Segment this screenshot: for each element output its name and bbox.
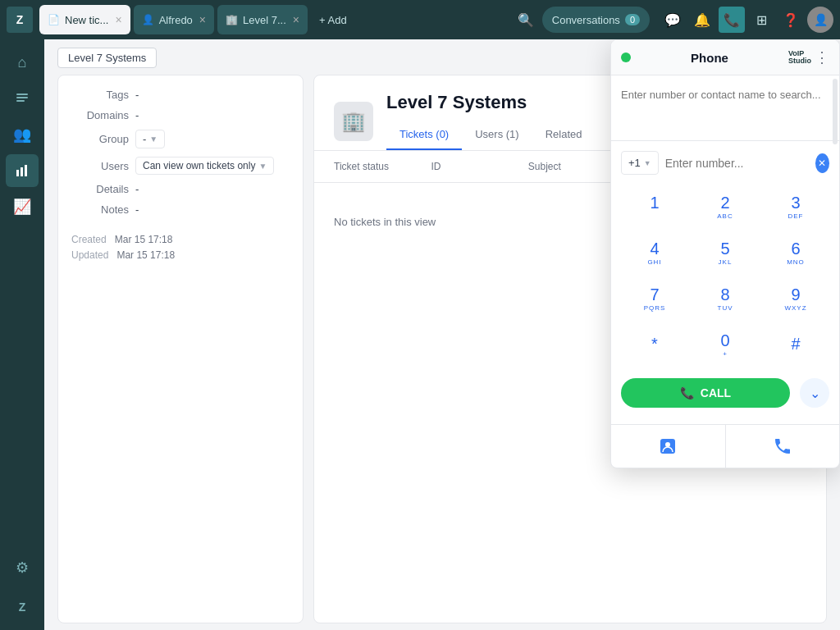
sidebar-item-stats[interactable]: 📈: [6, 190, 39, 223]
chat-icon-button[interactable]: 💬: [660, 7, 686, 33]
dial-key-9[interactable]: 9 WXYZ: [762, 276, 829, 319]
svg-rect-5: [25, 165, 27, 176]
conversations-badge: 0: [625, 14, 640, 25]
topbar-icons: 💬 🔔 📞 ⊞ ❓ 👤: [660, 7, 833, 33]
field-tags: Tags -: [71, 89, 290, 101]
dial-key-5[interactable]: 5 JKL: [692, 231, 759, 273]
voip-search-container: [611, 75, 839, 141]
domains-label: Domains: [71, 109, 129, 121]
dial-2-num: 2: [720, 193, 729, 212]
dial-1-letters: [653, 212, 655, 220]
company-icon: 🏢: [334, 102, 373, 141]
country-code-selector[interactable]: +1 ▼: [621, 151, 659, 175]
dial-key-star[interactable]: *: [621, 322, 688, 365]
left-panel: Tags - Domains - Group - ▼: [57, 75, 304, 623]
grid-icon-button[interactable]: ⊞: [748, 7, 774, 33]
tab-related-panel[interactable]: Related: [532, 120, 596, 150]
dial-key-8[interactable]: 8 TUV: [692, 276, 759, 319]
field-domains: Domains -: [71, 109, 290, 121]
dial-key-7[interactable]: 7 PQRS: [621, 276, 688, 319]
users-label: Users: [71, 160, 129, 172]
dial-3-letters: DEF: [788, 212, 804, 220]
dial-8-letters: TUV: [718, 304, 733, 312]
help-icon-button[interactable]: ❓: [778, 7, 804, 33]
voip-more-button[interactable]: ⋮: [815, 48, 829, 66]
search-button[interactable]: 🔍: [513, 7, 539, 33]
dial-key-1[interactable]: 1: [621, 185, 688, 227]
dial-key-4[interactable]: 4 GHI: [621, 231, 688, 273]
group-dropdown[interactable]: - ▼: [135, 130, 165, 148]
sidebar-item-contacts[interactable]: 👥: [6, 118, 39, 151]
sidebar-item-reports[interactable]: [6, 154, 39, 187]
expand-button[interactable]: ⌄: [800, 378, 829, 408]
tab-new-ticket-close[interactable]: ×: [115, 13, 121, 26]
breadcrumb-tag[interactable]: Level 7 Systems: [57, 48, 157, 68]
group-dropdown-arrow: ▼: [149, 135, 158, 144]
call-row: 📞 CALL ⌄: [621, 375, 829, 414]
sidebar-item-tickets[interactable]: [6, 82, 39, 115]
level7-tab-icon: 🏢: [226, 14, 238, 25]
voip-search-area: [611, 75, 839, 141]
meta-created: Created Mar 15 17:18: [71, 232, 290, 248]
users-dropdown[interactable]: Can view own tickets only ▼: [135, 157, 274, 175]
tab-alfredo-close[interactable]: ×: [199, 13, 206, 26]
call-history-icon: [773, 436, 792, 456]
updated-value: Mar 15 17:18: [116, 249, 175, 261]
contacts-icon: [658, 436, 678, 456]
call-label: CALL: [701, 386, 731, 399]
voip-calls-tab[interactable]: [726, 425, 840, 468]
th-subject: Subject: [528, 161, 612, 172]
details-label: Details: [71, 183, 129, 195]
dial-4-num: 4: [650, 239, 659, 258]
dial-key-0[interactable]: 0 +: [692, 322, 759, 365]
dial-0-num: 0: [720, 331, 729, 350]
dial-key-3[interactable]: 3 DEF: [762, 185, 829, 227]
sidebar-item-settings[interactable]: ⚙: [6, 551, 39, 584]
clear-icon: ✕: [818, 158, 826, 169]
svg-rect-3: [16, 170, 19, 176]
app-logo[interactable]: Z: [7, 7, 33, 33]
dial-key-2[interactable]: 2 ABC: [692, 185, 759, 227]
tab-level7[interactable]: 🏢 Level 7... ×: [217, 5, 308, 34]
domains-value: -: [135, 109, 290, 121]
sidebar: ⌂ 👥 📈 ⚙ Z: [0, 39, 44, 630]
topbar: Z 📄 New tic... × 👤 Alfredo × 🏢 Level 7..…: [0, 0, 840, 39]
voip-header: Phone VoIPStudio ⋮: [611, 40, 839, 75]
dial-key-hash[interactable]: #: [762, 322, 829, 365]
phone-number-input[interactable]: [665, 152, 809, 175]
conversations-button[interactable]: Conversations 0: [542, 7, 650, 33]
tab-users-panel[interactable]: Users (1): [462, 120, 532, 150]
add-tab-button[interactable]: + Add: [311, 5, 355, 34]
updated-label: Updated: [71, 249, 108, 261]
created-label: Created: [71, 234, 107, 245]
voip-contacts-tab[interactable]: [611, 425, 726, 468]
dial-5-num: 5: [720, 239, 729, 258]
chevron-down-icon: ⌄: [810, 386, 820, 401]
tags-value: -: [135, 89, 290, 101]
sidebar-item-home[interactable]: ⌂: [6, 46, 39, 79]
meta-updated: Updated Mar 15 17:18: [71, 248, 290, 263]
voip-search-input[interactable]: [621, 85, 829, 104]
notes-value: -: [135, 203, 290, 216]
company-name: Level 7 Systems: [386, 92, 595, 113]
phone-icon-button[interactable]: 📞: [719, 7, 745, 33]
add-tab-label: + Add: [319, 14, 347, 26]
tab-new-ticket[interactable]: 📄 New tic... ×: [39, 5, 130, 34]
dial-key-6[interactable]: 6 MNO: [762, 231, 829, 273]
breadcrumb-label: Level 7 Systems: [68, 52, 146, 64]
dial-7-letters: PQRS: [644, 304, 666, 312]
tab-tickets-panel[interactable]: Tickets (0): [386, 120, 462, 150]
user-avatar[interactable]: 👤: [807, 7, 833, 33]
tab-level7-close[interactable]: ×: [293, 13, 299, 26]
dialpad-grid: 1 2 ABC 3 DEF 4 GHI: [621, 185, 829, 365]
clear-number-button[interactable]: ✕: [815, 153, 829, 173]
call-button[interactable]: 📞 CALL: [621, 378, 790, 408]
dial-star-sym: *: [651, 335, 658, 354]
dial-4-letters: GHI: [647, 258, 661, 266]
main-layout: ⌂ 👥 📈 ⚙ Z Level 7 Systems: [0, 39, 840, 630]
dial-6-letters: MNO: [787, 258, 805, 266]
sidebar-item-zendesk[interactable]: Z: [6, 591, 39, 623]
tab-alfredo[interactable]: 👤 Alfredo ×: [134, 5, 214, 34]
dial-5-letters: JKL: [719, 258, 733, 266]
notifications-icon-button[interactable]: 🔔: [689, 7, 715, 33]
